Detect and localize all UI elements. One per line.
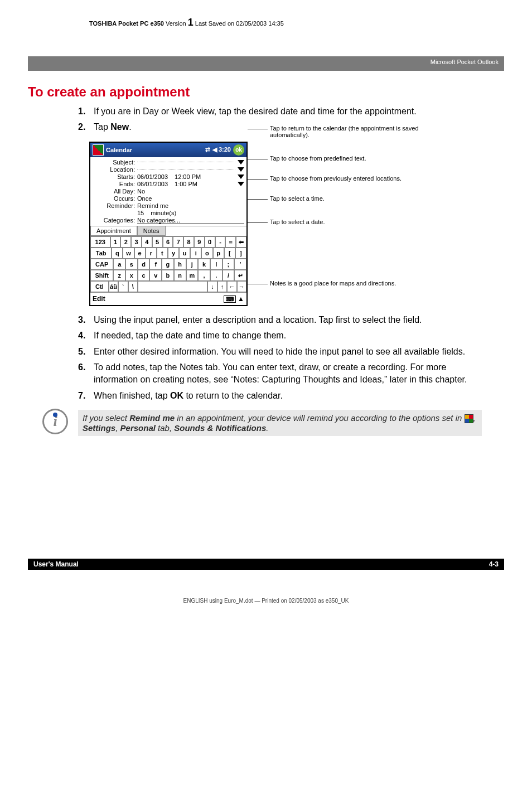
kb-key[interactable]: 8: [183, 236, 194, 248]
ends-dropdown[interactable]: [238, 182, 244, 186]
reminder-num[interactable]: 15: [137, 210, 144, 216]
kb-key[interactable]: ⬅: [236, 236, 246, 248]
kb-key[interactable]: ;: [223, 259, 235, 270]
start-icon[interactable]: [93, 144, 104, 156]
kb-key[interactable]: r: [146, 248, 157, 259]
kb-key[interactable]: 6: [163, 236, 173, 248]
kb-key[interactable]: ↓: [207, 281, 217, 292]
kb-key[interactable]: m: [186, 270, 199, 281]
kb-key[interactable]: 2: [120, 236, 131, 248]
kb-key[interactable]: x: [125, 270, 138, 281]
pocket-pc-window: Calendar ⇄ ◀ 3:20 ok Subject: Location: …: [89, 142, 248, 306]
tab-appointment[interactable]: Appointment: [90, 226, 137, 236]
starts-date[interactable]: 06/01/2003: [137, 173, 168, 180]
kb-key[interactable]: ,: [198, 270, 210, 281]
reminder-value[interactable]: Remind me: [137, 202, 244, 209]
kb-key[interactable]: 123: [90, 236, 110, 248]
kb-key[interactable]: t: [157, 248, 168, 259]
windows-flag-icon: [465, 414, 473, 423]
starts-time[interactable]: 12:00 PM: [175, 173, 201, 180]
doc-version-word: Version: [166, 20, 186, 27]
kb-key[interactable]: a: [113, 259, 125, 270]
kb-key[interactable]: j: [186, 259, 199, 270]
subject-input[interactable]: [137, 162, 235, 162]
kb-key[interactable]: i: [190, 248, 201, 259]
connectivity-icon[interactable]: ⇄: [205, 146, 210, 153]
kb-key[interactable]: [138, 281, 207, 292]
kb-key[interactable]: n: [174, 270, 186, 281]
categories-value[interactable]: No categories...: [137, 217, 244, 224]
kb-key[interactable]: 0: [205, 236, 215, 248]
kb-key[interactable]: g: [162, 259, 174, 270]
kb-key[interactable]: =: [225, 236, 236, 248]
kb-key[interactable]: \: [128, 281, 138, 292]
kb-key[interactable]: h: [174, 259, 186, 270]
kb-key[interactable]: q: [112, 248, 123, 259]
app-title: Calendar: [104, 147, 205, 153]
figure: Calendar ⇄ ◀ 3:20 ok Subject: Location: …: [89, 142, 482, 306]
kb-key[interactable]: f: [149, 259, 162, 270]
allday-value[interactable]: No: [137, 188, 244, 195]
kb-key[interactable]: CAP: [90, 259, 113, 270]
tab-notes[interactable]: Notes: [137, 226, 166, 236]
kb-key[interactable]: p: [213, 248, 224, 259]
soft-keyboard[interactable]: 1231234567890-=⬅ Tabqwertyuiop[] CAPasdf…: [90, 236, 246, 292]
doc-version-num: 1: [188, 17, 194, 28]
kb-key[interactable]: Tab: [90, 248, 112, 259]
footer-left: User's Manual: [33, 560, 79, 568]
kb-key[interactable]: 3: [131, 236, 142, 248]
kb-key[interactable]: k: [198, 259, 210, 270]
location-dropdown[interactable]: [238, 167, 244, 172]
kb-key[interactable]: ': [234, 259, 246, 270]
ends-time[interactable]: 1:00 PM: [175, 181, 197, 187]
kb-key[interactable]: -: [215, 236, 226, 248]
kb-key[interactable]: ↵: [234, 270, 246, 281]
info-icon: i: [42, 409, 68, 434]
location-input[interactable]: [137, 169, 235, 169]
kb-key[interactable]: 9: [194, 236, 205, 248]
kb-key[interactable]: y: [168, 248, 179, 259]
kb-key[interactable]: [: [224, 248, 235, 259]
subject-dropdown[interactable]: [238, 160, 244, 164]
tabs: Appointment Notes: [90, 226, 246, 236]
kb-key[interactable]: c: [138, 270, 150, 281]
footer-right: 4-3: [489, 560, 499, 568]
edit-menu[interactable]: Edit: [93, 295, 105, 303]
kb-key[interactable]: →: [237, 281, 246, 292]
kb-key[interactable]: v: [149, 270, 162, 281]
kb-key[interactable]: ←: [227, 281, 236, 292]
kb-key[interactable]: 5: [152, 236, 163, 248]
kb-key[interactable]: u: [179, 248, 190, 259]
occurs-value[interactable]: Once: [137, 195, 244, 202]
kb-key[interactable]: `: [118, 281, 128, 292]
sip-icon[interactable]: ⌨: [224, 295, 236, 303]
callout-ok: Tap to return to the calendar (the appoi…: [270, 125, 448, 138]
kb-key[interactable]: z: [113, 270, 125, 281]
clock[interactable]: ◀ 3:20: [210, 146, 233, 153]
kb-key[interactable]: l: [210, 259, 223, 270]
ends-date[interactable]: 06/01/2003: [137, 181, 168, 187]
kb-key[interactable]: s: [125, 259, 138, 270]
kb-key[interactable]: 1: [110, 236, 121, 248]
step-5: 5.Enter other desired information. You w…: [78, 346, 482, 358]
kb-key[interactable]: o: [201, 248, 212, 259]
sip-arrow[interactable]: ▲: [238, 295, 244, 303]
reminder-unit[interactable]: minute(s): [151, 210, 176, 216]
kb-key[interactable]: Ctl: [90, 281, 109, 292]
starts-dropdown[interactable]: [238, 175, 244, 179]
step-7: 7.When finished, tap OK to return to the…: [78, 390, 482, 402]
kb-key[interactable]: 4: [142, 236, 152, 248]
callout-time: Tap to select a time.: [270, 195, 448, 202]
ok-button[interactable]: ok: [233, 144, 244, 156]
kb-key[interactable]: 7: [173, 236, 183, 248]
kb-key[interactable]: e: [134, 248, 146, 259]
kb-key[interactable]: ↑: [217, 281, 227, 292]
kb-key[interactable]: Shift: [90, 270, 113, 281]
kb-key[interactable]: áü: [109, 281, 118, 292]
kb-key[interactable]: /: [223, 270, 235, 281]
kb-key[interactable]: d: [138, 259, 150, 270]
kb-key[interactable]: ]: [235, 248, 246, 259]
kb-key[interactable]: w: [123, 248, 134, 259]
kb-key[interactable]: .: [210, 270, 223, 281]
kb-key[interactable]: b: [162, 270, 174, 281]
